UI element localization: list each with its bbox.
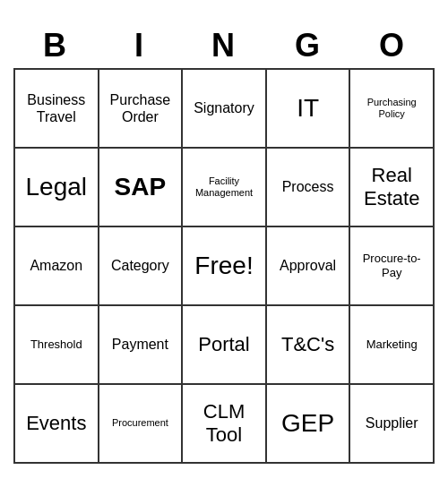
cell-text-20: Events [26,412,86,435]
bingo-cell-16: Payment [99,306,184,385]
bingo-cell-13: Approval [267,227,351,306]
cell-text-7: Facility Management [186,175,262,199]
cell-text-10: Amazon [30,257,82,274]
cell-text-5: Legal [26,172,88,202]
bingo-card: BINGO Business TravelPurchase OrderSigna… [13,23,435,464]
header-letter-g: G [266,23,350,68]
bingo-cell-19: Marketing [350,306,435,385]
bingo-cell-0: Business Travel [15,70,99,149]
bingo-cell-3: IT [267,70,351,149]
bingo-cell-6: SAP [99,149,184,227]
bingo-cell-10: Amazon [15,227,99,306]
bingo-cell-20: Events [15,385,99,464]
cell-text-22: CLM Tool [186,400,262,448]
cell-text-6: SAP [115,172,167,202]
bingo-cell-17: Portal [183,306,267,385]
cell-text-9: Real Estate [354,164,429,211]
bingo-cell-7: Facility Management [183,149,267,227]
bingo-cell-14: Procure-to-Pay [350,227,435,306]
header-letter-i: I [98,23,182,68]
cell-text-12: Free! [194,251,253,281]
bingo-cell-12: Free! [183,227,267,306]
bingo-grid: Business TravelPurchase OrderSignatoryIT… [13,68,435,464]
cell-text-0: Business Travel [19,91,94,125]
bingo-cell-2: Signatory [183,70,267,149]
cell-text-4: Purchasing Policy [354,97,429,120]
cell-text-23: GEP [281,408,334,439]
bingo-header: BINGO [13,23,435,68]
bingo-cell-23: GEP [267,385,351,464]
bingo-cell-8: Process [267,149,351,227]
bingo-cell-1: Purchase Order [99,70,184,149]
cell-text-2: Signatory [194,99,254,116]
cell-text-18: T&C's [281,333,334,356]
cell-text-15: Threshold [30,337,82,352]
cell-text-21: Procurement [112,417,168,429]
bingo-cell-5: Legal [15,149,99,227]
header-letter-n: N [182,23,266,68]
cell-text-17: Portal [198,333,249,356]
cell-text-8: Process [282,178,334,195]
cell-text-3: IT [297,93,319,124]
bingo-cell-22: CLM Tool [183,385,267,464]
bingo-cell-21: Procurement [99,385,184,464]
bingo-cell-18: T&C's [267,306,351,385]
cell-text-16: Payment [112,336,168,353]
header-letter-b: B [13,23,98,68]
cell-text-24: Supplier [366,414,418,431]
cell-text-1: Purchase Order [103,91,178,125]
cell-text-14: Procure-to-Pay [354,252,429,279]
cell-text-11: Category [111,257,169,274]
bingo-cell-15: Threshold [15,306,99,385]
bingo-cell-24: Supplier [350,385,435,464]
cell-text-13: Approval [280,257,336,274]
bingo-cell-11: Category [99,227,184,306]
bingo-cell-4: Purchasing Policy [350,70,435,149]
header-letter-o: O [350,23,435,68]
bingo-cell-9: Real Estate [350,149,435,227]
cell-text-19: Marketing [366,337,418,352]
